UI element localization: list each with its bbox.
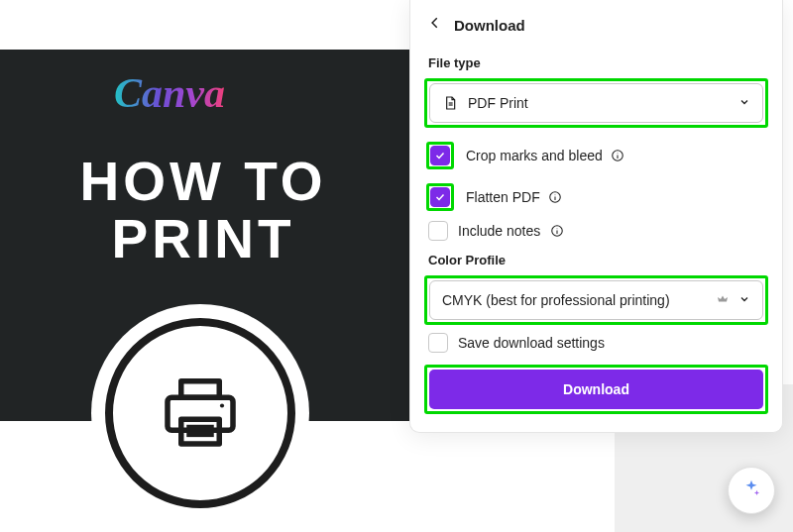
file-type-value: PDF Print <box>468 95 729 111</box>
color-profile-select[interactable]: CMYK (best for professional printing) <box>429 280 763 320</box>
info-icon[interactable] <box>548 190 562 204</box>
document-icon <box>442 95 458 111</box>
chevron-down-icon <box>738 94 750 112</box>
printer-icon <box>157 368 244 459</box>
download-button[interactable]: Download <box>429 370 763 409</box>
headline-line-1: HOW TO <box>79 151 326 212</box>
flatten-pdf-checkbox[interactable] <box>430 187 450 207</box>
svg-point-10 <box>617 153 618 154</box>
back-button[interactable] <box>428 16 442 34</box>
include-notes-checkbox[interactable] <box>428 221 448 241</box>
svg-point-5 <box>220 403 224 407</box>
crop-marks-checkbox[interactable] <box>430 146 450 165</box>
assistant-fab[interactable] <box>728 467 775 514</box>
design-headline: HOW TO PRINT <box>0 154 406 268</box>
sparkle-icon <box>740 478 762 503</box>
color-profile-highlight: CMYK (best for professional printing) <box>424 275 768 325</box>
download-button-highlight: Download <box>424 365 768 414</box>
include-notes-label: Include notes <box>458 223 540 239</box>
file-type-select[interactable]: PDF Print <box>429 83 763 123</box>
headline-line-2: PRINT <box>112 208 295 269</box>
file-type-highlight: PDF Print <box>424 78 768 128</box>
svg-point-16 <box>557 228 558 229</box>
color-profile-label: Color Profile <box>410 253 782 275</box>
download-panel: Download File type PDF Print <box>409 0 783 433</box>
printer-badge <box>91 304 309 522</box>
crop-marks-label: Crop marks and bleed <box>466 148 603 163</box>
crop-marks-highlight <box>426 142 454 169</box>
crown-icon <box>717 291 729 309</box>
chevron-down-icon <box>738 291 750 309</box>
svg-point-13 <box>554 194 555 195</box>
save-settings-checkbox[interactable] <box>428 333 448 353</box>
flatten-highlight <box>426 183 454 211</box>
canva-logo: Canva <box>114 69 225 117</box>
svg-rect-1 <box>181 381 220 398</box>
save-settings-label: Save download settings <box>458 335 605 351</box>
file-type-label: File type <box>410 42 782 78</box>
flatten-pdf-label: Flatten PDF <box>466 189 540 205</box>
info-icon[interactable] <box>611 149 624 162</box>
info-icon[interactable] <box>550 224 564 238</box>
color-profile-value: CMYK (best for professional printing) <box>442 292 707 308</box>
panel-title: Download <box>454 17 525 34</box>
